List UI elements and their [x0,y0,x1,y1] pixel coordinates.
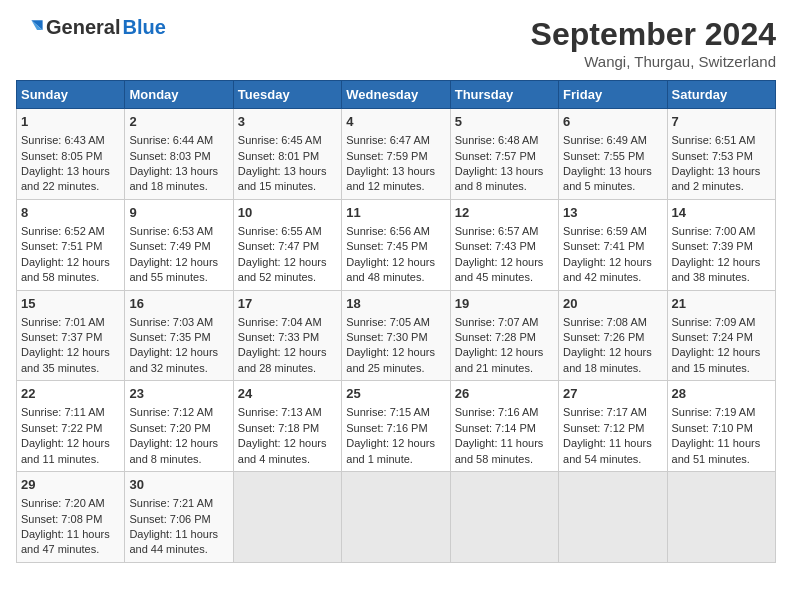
day-number: 30 [129,476,228,494]
calendar-cell [233,472,341,563]
day-info: Sunrise: 7:12 AM Sunset: 7:20 PM Dayligh… [129,405,228,467]
header-saturday: Saturday [667,81,775,109]
day-info: Sunrise: 7:09 AM Sunset: 7:24 PM Dayligh… [672,315,771,377]
day-number: 23 [129,385,228,403]
header-wednesday: Wednesday [342,81,450,109]
calendar-cell: 3Sunrise: 6:45 AM Sunset: 8:01 PM Daylig… [233,109,341,200]
calendar-cell: 14Sunrise: 7:00 AM Sunset: 7:39 PM Dayli… [667,199,775,290]
day-info: Sunrise: 6:52 AM Sunset: 7:51 PM Dayligh… [21,224,120,286]
day-number: 2 [129,113,228,131]
calendar-cell: 27Sunrise: 7:17 AM Sunset: 7:12 PM Dayli… [559,381,667,472]
calendar-cell: 28Sunrise: 7:19 AM Sunset: 7:10 PM Dayli… [667,381,775,472]
day-number: 9 [129,204,228,222]
day-info: Sunrise: 7:03 AM Sunset: 7:35 PM Dayligh… [129,315,228,377]
calendar-cell: 12Sunrise: 6:57 AM Sunset: 7:43 PM Dayli… [450,199,558,290]
day-number: 24 [238,385,337,403]
logo: GeneralBlue [16,16,166,39]
day-info: Sunrise: 6:43 AM Sunset: 8:05 PM Dayligh… [21,133,120,195]
calendar-cell: 4Sunrise: 6:47 AM Sunset: 7:59 PM Daylig… [342,109,450,200]
calendar-table: Sunday Monday Tuesday Wednesday Thursday… [16,80,776,563]
day-number: 4 [346,113,445,131]
calendar-cell: 30Sunrise: 7:21 AM Sunset: 7:06 PM Dayli… [125,472,233,563]
day-info: Sunrise: 6:51 AM Sunset: 7:53 PM Dayligh… [672,133,771,195]
day-number: 20 [563,295,662,313]
location: Wangi, Thurgau, Switzerland [531,53,776,70]
calendar-week-row: 15Sunrise: 7:01 AM Sunset: 7:37 PM Dayli… [17,290,776,381]
calendar-week-row: 22Sunrise: 7:11 AM Sunset: 7:22 PM Dayli… [17,381,776,472]
calendar-cell: 17Sunrise: 7:04 AM Sunset: 7:33 PM Dayli… [233,290,341,381]
logo-blue: Blue [122,16,165,39]
day-number: 22 [21,385,120,403]
day-info: Sunrise: 7:19 AM Sunset: 7:10 PM Dayligh… [672,405,771,467]
day-info: Sunrise: 6:45 AM Sunset: 8:01 PM Dayligh… [238,133,337,195]
calendar-cell: 21Sunrise: 7:09 AM Sunset: 7:24 PM Dayli… [667,290,775,381]
calendar-cell: 5Sunrise: 6:48 AM Sunset: 7:57 PM Daylig… [450,109,558,200]
calendar-cell [559,472,667,563]
calendar-cell: 24Sunrise: 7:13 AM Sunset: 7:18 PM Dayli… [233,381,341,472]
day-info: Sunrise: 7:13 AM Sunset: 7:18 PM Dayligh… [238,405,337,467]
calendar-cell: 20Sunrise: 7:08 AM Sunset: 7:26 PM Dayli… [559,290,667,381]
calendar-cell: 19Sunrise: 7:07 AM Sunset: 7:28 PM Dayli… [450,290,558,381]
page-header: GeneralBlue September 2024 Wangi, Thurga… [16,16,776,70]
day-info: Sunrise: 7:00 AM Sunset: 7:39 PM Dayligh… [672,224,771,286]
calendar-cell: 8Sunrise: 6:52 AM Sunset: 7:51 PM Daylig… [17,199,125,290]
day-info: Sunrise: 6:44 AM Sunset: 8:03 PM Dayligh… [129,133,228,195]
day-number: 26 [455,385,554,403]
month-title: September 2024 [531,16,776,53]
day-number: 1 [21,113,120,131]
calendar-cell: 9Sunrise: 6:53 AM Sunset: 7:49 PM Daylig… [125,199,233,290]
calendar-cell: 26Sunrise: 7:16 AM Sunset: 7:14 PM Dayli… [450,381,558,472]
day-number: 8 [21,204,120,222]
day-info: Sunrise: 7:16 AM Sunset: 7:14 PM Dayligh… [455,405,554,467]
day-number: 14 [672,204,771,222]
day-info: Sunrise: 6:55 AM Sunset: 7:47 PM Dayligh… [238,224,337,286]
header-sunday: Sunday [17,81,125,109]
day-info: Sunrise: 7:08 AM Sunset: 7:26 PM Dayligh… [563,315,662,377]
day-number: 21 [672,295,771,313]
title-block: September 2024 Wangi, Thurgau, Switzerla… [531,16,776,70]
calendar-cell: 23Sunrise: 7:12 AM Sunset: 7:20 PM Dayli… [125,381,233,472]
header-tuesday: Tuesday [233,81,341,109]
calendar-cell: 7Sunrise: 6:51 AM Sunset: 7:53 PM Daylig… [667,109,775,200]
day-info: Sunrise: 6:59 AM Sunset: 7:41 PM Dayligh… [563,224,662,286]
calendar-cell: 22Sunrise: 7:11 AM Sunset: 7:22 PM Dayli… [17,381,125,472]
calendar-cell: 15Sunrise: 7:01 AM Sunset: 7:37 PM Dayli… [17,290,125,381]
day-info: Sunrise: 7:05 AM Sunset: 7:30 PM Dayligh… [346,315,445,377]
calendar-cell [342,472,450,563]
calendar-cell: 16Sunrise: 7:03 AM Sunset: 7:35 PM Dayli… [125,290,233,381]
calendar-cell: 6Sunrise: 6:49 AM Sunset: 7:55 PM Daylig… [559,109,667,200]
day-number: 27 [563,385,662,403]
day-number: 5 [455,113,554,131]
day-number: 19 [455,295,554,313]
header-monday: Monday [125,81,233,109]
day-number: 25 [346,385,445,403]
day-info: Sunrise: 7:07 AM Sunset: 7:28 PM Dayligh… [455,315,554,377]
day-info: Sunrise: 7:21 AM Sunset: 7:06 PM Dayligh… [129,496,228,558]
day-info: Sunrise: 6:49 AM Sunset: 7:55 PM Dayligh… [563,133,662,195]
day-number: 18 [346,295,445,313]
calendar-cell: 29Sunrise: 7:20 AM Sunset: 7:08 PM Dayli… [17,472,125,563]
day-number: 6 [563,113,662,131]
calendar-header-row: Sunday Monday Tuesday Wednesday Thursday… [17,81,776,109]
calendar-cell [450,472,558,563]
calendar-week-row: 8Sunrise: 6:52 AM Sunset: 7:51 PM Daylig… [17,199,776,290]
calendar-cell: 10Sunrise: 6:55 AM Sunset: 7:47 PM Dayli… [233,199,341,290]
day-info: Sunrise: 7:15 AM Sunset: 7:16 PM Dayligh… [346,405,445,467]
day-number: 15 [21,295,120,313]
calendar-cell: 2Sunrise: 6:44 AM Sunset: 8:03 PM Daylig… [125,109,233,200]
day-info: Sunrise: 7:11 AM Sunset: 7:22 PM Dayligh… [21,405,120,467]
day-number: 28 [672,385,771,403]
calendar-week-row: 1Sunrise: 6:43 AM Sunset: 8:05 PM Daylig… [17,109,776,200]
calendar-cell: 11Sunrise: 6:56 AM Sunset: 7:45 PM Dayli… [342,199,450,290]
day-number: 11 [346,204,445,222]
calendar-cell: 1Sunrise: 6:43 AM Sunset: 8:05 PM Daylig… [17,109,125,200]
day-number: 3 [238,113,337,131]
day-info: Sunrise: 7:20 AM Sunset: 7:08 PM Dayligh… [21,496,120,558]
calendar-cell: 13Sunrise: 6:59 AM Sunset: 7:41 PM Dayli… [559,199,667,290]
calendar-cell [667,472,775,563]
day-number: 29 [21,476,120,494]
logo-general: General [46,16,120,39]
calendar-cell: 25Sunrise: 7:15 AM Sunset: 7:16 PM Dayli… [342,381,450,472]
logo-icon [16,17,44,39]
day-number: 16 [129,295,228,313]
